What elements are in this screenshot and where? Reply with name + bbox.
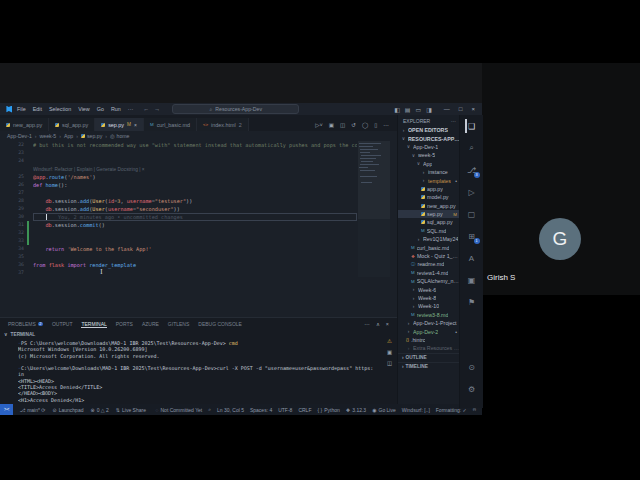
code-line[interactable]: 27 (0, 189, 397, 197)
codelens-row[interactable]: Windsurf: Refactor | Explain | Generate … (0, 165, 397, 173)
forward-icon[interactable]: → (154, 106, 160, 112)
split-terminal-icon[interactable]: ◫ (387, 360, 392, 366)
bookmarks-icon[interactable]: ⚑ (465, 295, 479, 309)
run-python-file-icon[interactable]: ▷˅ (315, 122, 323, 128)
more-actions-icon[interactable]: ⋯ (383, 122, 389, 128)
menu-item-[interactable]: ··· (128, 106, 133, 112)
close-panel-icon[interactable]: × (386, 321, 389, 327)
settings-gear-icon[interactable]: ⚙ (465, 382, 479, 396)
command-center[interactable]: ⌕ Resources-App-Dev (172, 104, 299, 114)
toggle-panel-bottom-icon[interactable]: ▤ (405, 106, 411, 113)
code-line[interactable]: 25@app.route('/names') (0, 173, 397, 181)
tree-item-app[interactable]: ∨App (398, 160, 460, 168)
explorer-icon[interactable]: ❏ (465, 119, 479, 133)
screencast-icon[interactable]: ◯ (362, 122, 368, 128)
windsurf-status[interactable]: Windsurf: [..] (402, 407, 430, 413)
code-line[interactable]: 29 db.session.add(User(username="secondu… (0, 205, 397, 213)
launchpad[interactable]: ⊘Launchpad (53, 407, 84, 413)
code-line[interactable]: 22# but this is not recommended way use … (0, 141, 397, 149)
tree-item-curl-basic-md[interactable]: Mcurl_basic.md (398, 243, 460, 251)
tree-item-review1-4-md[interactable]: Mreview1-4.md (398, 269, 460, 277)
testing-icon[interactable]: ▣ (465, 273, 479, 287)
code-editor[interactable]: 22# but this is not recommended way use … (0, 141, 397, 277)
account-icon[interactable]: ⊙ (465, 360, 479, 374)
tab-curl_basic-md[interactable]: Mcurl_basic.md (144, 118, 197, 131)
panel-tab-ports[interactable]: PORTS (116, 321, 133, 327)
breadcrumb-item[interactable]: ◎home (110, 133, 130, 139)
run-debug-icon[interactable]: ▷ (465, 185, 479, 199)
code-line[interactable]: 32 (0, 229, 397, 237)
problems-summary[interactable]: ⊗0 △ 2 (90, 407, 108, 413)
code-line[interactable]: 24 (0, 157, 397, 165)
breadcrumb-item[interactable]: App-Dev-1 (7, 133, 32, 139)
tab-sql_app-py[interactable]: sql_app.py (49, 118, 95, 131)
panel-tab-problems[interactable]: PROBLEMS2 (8, 321, 43, 327)
tree-item-app-dev-1[interactable]: ∨App-Dev-1 (398, 143, 460, 151)
maximize-panel-icon[interactable]: ∧ (376, 321, 380, 327)
eol[interactable]: CRLF (298, 407, 311, 413)
live-share[interactable]: ⇅Live Share (116, 407, 146, 413)
tree-item-readme-md[interactable]: ⓘreadme.md (398, 260, 460, 268)
search-icon[interactable]: ⌕ (465, 141, 479, 155)
minimize-button[interactable]: — (444, 106, 450, 112)
code-line[interactable]: 26def home(): (0, 181, 397, 189)
panel-tab-output[interactable]: OUTPUT (52, 321, 73, 327)
tree-item-week-6[interactable]: ›Week-6 (398, 285, 460, 293)
tree-item-templates[interactable]: ›templates• (398, 176, 460, 184)
tree-item-resources-app-dev[interactable]: ∨RESOURCES-APP-DEV (398, 134, 460, 142)
section-outline[interactable]: ›OUTLINE (398, 353, 460, 362)
tree-item-mock-quiz-1-ma-[interactable]: ❖Mock - Quiz 1_MA... (398, 252, 460, 260)
tree-item-sep-py[interactable]: sep.pyM (398, 210, 460, 218)
tree-item-new-app-py[interactable]: new_app.py (398, 202, 460, 210)
menu-item-run[interactable]: Run (111, 106, 121, 112)
toggle-panel-left-icon[interactable]: ◧ (394, 106, 400, 113)
code-line[interactable]: 23 (0, 149, 397, 157)
terminal-section-header[interactable]: ∨ TERMINAL (0, 330, 397, 338)
indentation[interactable]: Spaces: 4 (250, 407, 272, 413)
menu-item-view[interactable]: View (78, 106, 90, 112)
source-control-icon[interactable]: ⎇3 (465, 163, 479, 177)
history-icon[interactable]: ↺ (351, 122, 356, 128)
panel-tab-debug-console[interactable]: DEBUG CONSOLE (198, 321, 242, 327)
restore-button[interactable]: □ (459, 106, 463, 112)
tree-item-app-dev-2[interactable]: ›App-Dev-2• (398, 327, 460, 335)
menu-item-selection[interactable]: Selection (49, 106, 71, 112)
tree-item--hintrc[interactable]: {}.hintrc (398, 336, 460, 344)
extensions-icon[interactable]: ⊞1 (465, 229, 479, 243)
tree-item-instance[interactable]: ›instance (398, 168, 460, 176)
menu-item-file[interactable]: File (17, 106, 26, 112)
tree-item-week-8[interactable]: ›Week-8 (398, 294, 460, 302)
language-mode[interactable]: { }Python (317, 407, 339, 413)
git-branch[interactable]: ⎇main* ⟳ (19, 407, 45, 413)
go-live[interactable]: ◉Go Live (372, 407, 396, 413)
tree-item-extra-resources-mad1[interactable]: ›Extra Resources MAD1 (398, 344, 460, 352)
layout-icon[interactable]: ▯ (374, 122, 377, 128)
encoding[interactable]: UTF-8 (278, 407, 292, 413)
tree-item-week-10[interactable]: ›Week-10 (398, 302, 460, 310)
code-line[interactable]: 35 (0, 253, 397, 261)
tree-item-app-py[interactable]: app.py (398, 185, 460, 193)
breadcrumb-item[interactable]: week-5 (40, 133, 57, 139)
minimap[interactable] (358, 141, 390, 277)
toggle-layout-icon[interactable]: ▭ (416, 106, 422, 113)
code-line[interactable]: 28 db.session.add(User(id=3, username="t… (0, 197, 397, 205)
menu-item-go[interactable]: Go (97, 106, 104, 112)
git-commit-status[interactable]: ◌Not Committed Yet (156, 407, 203, 413)
azure-icon[interactable]: A (465, 251, 479, 265)
section-timeline[interactable]: ›TIMELINE (398, 362, 460, 371)
search-item[interactable]: ⌕ (208, 406, 211, 413)
diff-icon[interactable]: ▣ (329, 122, 334, 128)
tree-item-app-dev-1-project[interactable]: ›App-Dev-1-Project (398, 319, 460, 327)
participant-tile[interactable]: G Girish S (482, 63, 640, 295)
tab-index-html[interactable]: <>index.html2 (197, 118, 249, 131)
tab-new_app-py[interactable]: new_app.py (0, 118, 49, 131)
tree-item-sqlalchemy-notes-[interactable]: MSQLAlchemy_notes... (398, 277, 460, 285)
panel-tab-terminal[interactable]: TERMINAL (81, 321, 106, 328)
remote-indicator[interactable]: >< (0, 404, 13, 415)
menu-item-edit[interactable]: Edit (33, 106, 42, 112)
tree-item-review3-8-md[interactable]: Mreview3-8.md (398, 311, 460, 319)
tab-sep-py[interactable]: sep.pyM× (95, 118, 144, 131)
breadcrumb-item[interactable]: App (64, 133, 73, 139)
tree-item-sql-md[interactable]: MSQL.md (398, 227, 460, 235)
tree-item-model-py[interactable]: model.py (398, 193, 460, 201)
